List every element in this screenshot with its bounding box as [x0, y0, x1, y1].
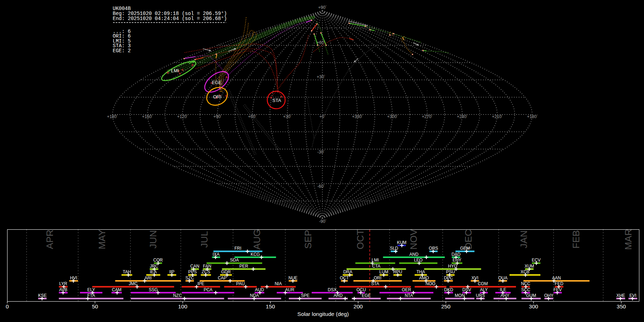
svg-text:FTA: FTA: [87, 293, 95, 298]
svg-text:IXA: IXA: [213, 252, 219, 257]
svg-text:JUL: JUL: [199, 231, 210, 248]
svg-text:+240°: +240°: [457, 114, 468, 119]
svg-text:GEM: GEM: [460, 246, 470, 251]
svg-text:STA: STA: [272, 98, 281, 103]
svg-text:IPE: IPE: [197, 281, 204, 286]
svg-text:MAR: MAR: [623, 229, 634, 250]
svg-text:End: 20251020 04:24:04 (sol =: End: 20251020 04:24:04 (sol = 206.68°): [113, 16, 227, 21]
svg-text:FRI: FRI: [234, 246, 241, 251]
svg-text:AHY: AHY: [501, 293, 509, 298]
svg-text:SSG: SSG: [149, 287, 158, 292]
svg-text:+30°: +30°: [317, 74, 325, 79]
svg-text:NOV: NOV: [408, 229, 419, 250]
svg-text:PER: PER: [239, 264, 248, 269]
svg-text:SEP: SEP: [303, 230, 313, 249]
svg-text:300: 300: [529, 303, 538, 309]
svg-text:SLD: SLD: [390, 246, 399, 251]
svg-text:AUG: AUG: [252, 229, 262, 249]
svg-text:COM: COM: [478, 281, 488, 286]
svg-text:CAN: CAN: [190, 264, 199, 269]
svg-text:PSU: PSU: [446, 269, 455, 274]
svg-text:DRA: DRA: [343, 269, 352, 274]
svg-text:NZC: NZC: [173, 293, 182, 298]
svg-text:AND: AND: [409, 252, 419, 257]
svg-text:SPE: SPE: [301, 293, 309, 298]
svg-text:-90°: -90°: [319, 219, 327, 224]
svg-text:EGE: 2: EGE: 2: [113, 48, 131, 54]
svg-text:-30°: -30°: [317, 150, 325, 155]
svg-text:+60°: +60°: [248, 114, 257, 119]
svg-text:+90°: +90°: [318, 5, 327, 10]
svg-text:CAP: CAP: [218, 275, 227, 280]
svg-text:MAY: MAY: [97, 229, 107, 249]
svg-text:+0°: +0°: [319, 114, 326, 119]
svg-text:KCG: KCG: [250, 252, 260, 257]
svg-text:NOO: NOO: [426, 281, 435, 286]
svg-text:ELY: ELY: [87, 287, 95, 292]
svg-text:0: 0: [6, 303, 9, 309]
svg-text:JMC: JMC: [129, 281, 138, 286]
svg-text:LMI: LMI: [171, 68, 179, 73]
svg-text:OCU: OCU: [356, 287, 366, 292]
svg-text:CTA: CTA: [372, 264, 380, 269]
svg-text:EGE: EGE: [212, 80, 222, 85]
svg-text:FEV: FEV: [553, 287, 562, 292]
svg-text:+210°: +210°: [492, 114, 503, 119]
svg-text:-60°: -60°: [317, 184, 325, 189]
svg-text:+180°: +180°: [527, 114, 538, 119]
svg-text:+270°: +270°: [422, 114, 433, 119]
svg-text:SDA: SDA: [230, 258, 239, 263]
svg-text:AAN: AAN: [552, 275, 561, 280]
svg-text:OCT: OCT: [355, 229, 366, 249]
svg-text:AMO: AMO: [419, 275, 429, 280]
svg-text:50: 50: [92, 303, 98, 309]
svg-text:NIA: NIA: [275, 281, 282, 286]
svg-text:MON: MON: [455, 293, 465, 298]
svg-text:+120°: +120°: [177, 114, 188, 119]
svg-text:LEO: LEO: [414, 258, 423, 263]
svg-text:IEA: IEA: [150, 269, 157, 274]
svg-text:+330°: +330°: [352, 114, 363, 119]
svg-text:200: 200: [353, 303, 363, 309]
svg-text:JAN: JAN: [518, 230, 529, 248]
svg-text:XCB: XCB: [521, 269, 530, 274]
svg-text:250: 250: [441, 303, 450, 309]
svg-text:100: 100: [178, 303, 187, 309]
svg-text:OER: OER: [402, 287, 411, 292]
svg-text:+30°: +30°: [283, 114, 292, 119]
svg-text:EGE: EGE: [362, 293, 371, 298]
svg-text:LYR: LYR: [59, 281, 68, 286]
svg-text:Solar longitude (deg): Solar longitude (deg): [297, 311, 349, 317]
svg-text:+150°: +150°: [142, 114, 153, 119]
svg-text:ORI: ORI: [374, 275, 381, 280]
svg-text:350: 350: [617, 303, 626, 309]
svg-text:+180°: +180°: [107, 114, 118, 119]
svg-text:THA: THA: [416, 269, 425, 274]
svg-text:APR: APR: [44, 230, 55, 249]
svg-text:+300°: +300°: [387, 114, 398, 119]
svg-text:FEB: FEB: [571, 230, 581, 249]
svg-text:150: 150: [266, 303, 275, 309]
svg-text:STA: STA: [371, 281, 379, 286]
svg-text:ARD: ARD: [333, 293, 343, 298]
svg-text:DSX: DSX: [328, 287, 337, 292]
svg-text:AUR: AUR: [285, 287, 294, 292]
svg-text:JUN: JUN: [148, 230, 158, 249]
svg-text:ARI: ARI: [145, 275, 152, 280]
svg-text:+90°: +90°: [213, 114, 222, 119]
svg-text:NTA: NTA: [405, 293, 413, 298]
svg-text:PCA: PCA: [204, 287, 213, 292]
svg-text:GDR: GDR: [221, 269, 231, 274]
svg-text:TAH: TAH: [123, 269, 131, 274]
svg-text:PAU: PAU: [236, 281, 245, 286]
svg-text:CAM: CAM: [112, 287, 122, 292]
svg-text:ORI: ORI: [213, 94, 221, 99]
